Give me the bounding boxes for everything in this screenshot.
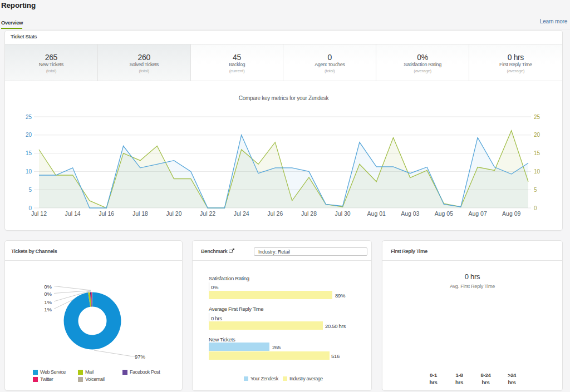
svg-text:Jul 28: Jul 28	[301, 210, 317, 217]
svg-text:20: 20	[534, 132, 540, 138]
svg-text:Aug 03: Aug 03	[401, 210, 419, 217]
svg-text:25: 25	[26, 114, 32, 120]
svg-text:Jul 18: Jul 18	[132, 210, 148, 217]
svg-text:15: 15	[26, 150, 32, 156]
svg-text:Jul 20: Jul 20	[166, 210, 181, 217]
svg-text:Aug 01: Aug 01	[367, 210, 386, 217]
svg-text:Aug 09: Aug 09	[502, 210, 520, 217]
svg-text:5: 5	[28, 187, 32, 193]
svg-text:10: 10	[534, 168, 540, 175]
svg-text:Aug 07: Aug 07	[468, 210, 487, 217]
svg-text:Jul 16: Jul 16	[99, 210, 114, 217]
svg-text:Jul 26: Jul 26	[267, 210, 283, 217]
svg-text:20: 20	[26, 132, 32, 138]
svg-text:Jul 24: Jul 24	[234, 210, 249, 217]
svg-text:5: 5	[534, 187, 537, 193]
svg-text:Aug 05: Aug 05	[435, 210, 453, 217]
svg-text:0: 0	[534, 205, 537, 211]
svg-text:Jul 14: Jul 14	[65, 210, 81, 217]
svg-text:Jul 12: Jul 12	[31, 210, 47, 217]
svg-text:10: 10	[26, 168, 32, 175]
svg-text:25: 25	[534, 114, 540, 120]
svg-text:Jul 22: Jul 22	[200, 210, 215, 217]
svg-text:Jul 30: Jul 30	[335, 210, 351, 217]
svg-text:15: 15	[534, 150, 540, 156]
